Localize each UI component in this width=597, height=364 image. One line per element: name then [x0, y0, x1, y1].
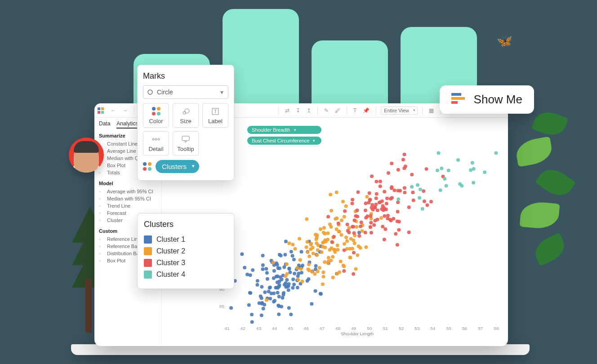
marks-label[interactable]: T Label: [202, 103, 228, 128]
tab-analytics[interactable]: Analytics: [116, 120, 138, 129]
svg-point-81: [287, 289, 290, 292]
svg-point-265: [299, 267, 303, 271]
fit-selector[interactable]: Entire View: [381, 107, 417, 115]
svg-point-151: [272, 269, 276, 273]
marks-label-label: Label: [208, 118, 223, 124]
svg-point-223: [330, 209, 333, 213]
legend-item[interactable]: Cluster 2: [144, 245, 227, 257]
svg-point-165: [279, 254, 283, 257]
svg-point-381: [423, 200, 426, 203]
group-icon[interactable]: 🖉: [333, 107, 342, 115]
svg-point-122: [249, 291, 252, 295]
svg-point-395: [376, 209, 379, 212]
svg-point-421: [148, 90, 152, 94]
svg-point-341: [346, 229, 350, 232]
svg-rect-2: [98, 111, 100, 114]
svg-point-354: [352, 272, 355, 276]
marks-detail[interactable]: Detail: [143, 131, 169, 155]
model-item[interactable]: ▫Average with 95% CI: [99, 188, 157, 195]
marks-color[interactable]: Color: [143, 103, 169, 128]
svg-point-382: [343, 209, 347, 213]
marks-tooltip-label: Tooltip: [177, 146, 194, 152]
legend-item[interactable]: Cluster 4: [144, 269, 227, 280]
svg-point-298: [381, 225, 384, 228]
svg-point-104: [287, 306, 291, 310]
svg-text:52: 52: [399, 326, 404, 331]
show-me-button[interactable]: Show Me: [440, 85, 534, 114]
svg-point-175: [323, 260, 326, 264]
marks-tooltip[interactable]: Tooltip: [173, 131, 199, 155]
svg-point-150: [292, 283, 296, 286]
highlight-icon[interactable]: ✎: [322, 107, 330, 115]
svg-point-352: [364, 231, 367, 235]
svg-point-239: [333, 250, 337, 254]
svg-point-248: [293, 247, 297, 251]
svg-point-196: [361, 229, 364, 233]
svg-point-59: [261, 263, 265, 267]
svg-point-400: [437, 151, 440, 155]
sort-asc-icon[interactable]: ↧: [294, 107, 302, 115]
svg-point-88: [284, 240, 288, 243]
svg-point-146: [280, 278, 284, 281]
svg-point-50: [283, 253, 287, 257]
pin-icon[interactable]: 📌: [361, 107, 371, 115]
mark-type-select[interactable]: Circle: [143, 85, 228, 99]
svg-point-107: [310, 302, 313, 306]
forward-button[interactable]: →: [120, 107, 129, 115]
svg-point-414: [443, 177, 446, 181]
svg-point-244: [316, 270, 320, 273]
svg-point-145: [276, 263, 279, 266]
svg-point-380: [364, 216, 368, 220]
svg-point-351: [351, 225, 354, 229]
clusters-legend: Clusters Cluster 1Cluster 2Cluster 3Clus…: [137, 213, 234, 289]
columns-pill[interactable]: Shoulder Breadth: [247, 126, 321, 134]
label-icon[interactable]: T: [352, 107, 358, 115]
svg-point-247: [339, 233, 343, 237]
legend-item[interactable]: Cluster 1: [144, 234, 227, 245]
svg-point-345: [407, 231, 411, 234]
sort-desc-icon[interactable]: ↥: [305, 107, 313, 115]
svg-point-78: [276, 291, 280, 294]
svg-point-299: [403, 186, 406, 190]
svg-rect-430: [451, 93, 461, 96]
svg-point-349: [383, 214, 386, 218]
svg-point-95: [229, 306, 233, 310]
svg-text:51: 51: [383, 326, 388, 331]
svg-point-131: [263, 290, 267, 294]
rows-pill[interactable]: Bust Chest Circumference: [247, 137, 321, 145]
svg-point-319: [396, 210, 400, 213]
svg-point-394: [402, 166, 406, 170]
model-item[interactable]: ▫Trend Line: [99, 202, 157, 209]
svg-point-157: [281, 296, 284, 300]
svg-point-126: [265, 271, 269, 275]
mark-type-label: Circle: [157, 89, 173, 96]
svg-point-347: [342, 269, 346, 273]
svg-point-285: [272, 261, 275, 264]
tab-data[interactable]: Data: [99, 120, 110, 129]
svg-point-375: [392, 217, 395, 221]
swap-icon[interactable]: ⇄: [283, 107, 291, 115]
svg-point-286: [315, 235, 319, 239]
marks-size[interactable]: Size: [173, 103, 199, 128]
svg-point-284: [327, 256, 330, 260]
svg-point-161: [260, 302, 263, 305]
svg-point-189: [291, 243, 294, 246]
svg-point-383: [356, 191, 360, 194]
svg-rect-1: [101, 107, 104, 110]
svg-rect-429: [182, 136, 189, 141]
svg-point-357: [396, 219, 399, 223]
svg-point-49: [293, 272, 296, 275]
model-item[interactable]: ▫Median with 95% CI: [99, 195, 157, 202]
show-hide-icon[interactable]: ▦: [427, 107, 436, 115]
svg-point-281: [344, 204, 348, 208]
clusters-pill[interactable]: Clusters: [156, 160, 199, 173]
svg-point-412: [418, 196, 421, 200]
svg-point-178: [315, 253, 319, 257]
svg-point-292: [368, 191, 371, 195]
svg-point-404: [445, 184, 448, 187]
back-button[interactable]: ←: [109, 107, 118, 115]
svg-point-293: [385, 197, 389, 200]
svg-point-279: [312, 252, 315, 255]
legend-item[interactable]: Cluster 3: [144, 257, 227, 269]
svg-point-266: [315, 241, 318, 245]
